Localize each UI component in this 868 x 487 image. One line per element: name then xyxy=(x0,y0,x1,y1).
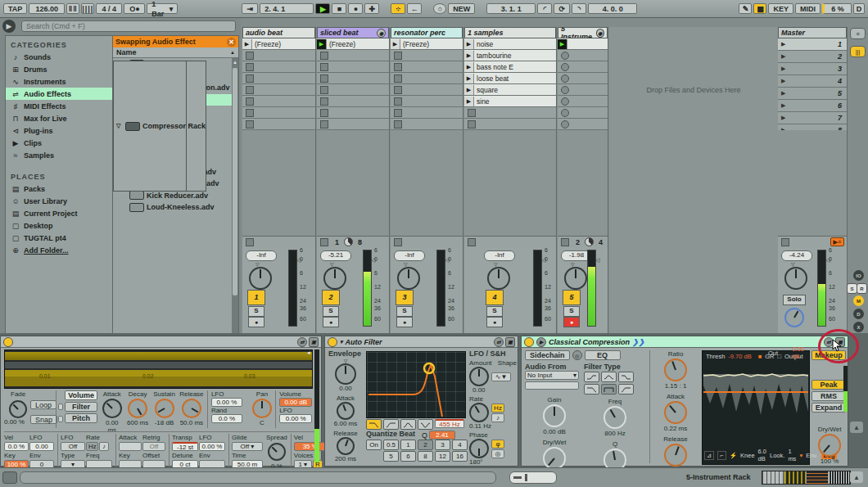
solo-button[interactable]: Solo xyxy=(783,295,806,305)
solo-button[interactable]: S xyxy=(248,306,264,317)
scroll-up-icon[interactable]: ▲ xyxy=(232,58,238,66)
empty-clip-slot[interactable] xyxy=(391,61,463,73)
rate-hz-button[interactable]: Hz xyxy=(86,442,98,451)
quantization-menu[interactable]: 1 Bar ▾ xyxy=(147,3,178,14)
save-preset-icon[interactable]: ▣ xyxy=(309,337,319,347)
place-item-user-library[interactable]: ☺User Library xyxy=(6,195,112,207)
clip-slot-bass-note-e[interactable]: ▶bass note E xyxy=(464,61,556,73)
rms-button[interactable]: RMS xyxy=(811,391,846,401)
stop-all-clips-button[interactable] xyxy=(394,238,402,246)
listen-headphone-icon[interactable]: ◎ xyxy=(572,350,582,360)
solo-button[interactable]: S xyxy=(486,306,503,317)
quantize-6-button[interactable]: 6 xyxy=(400,451,416,462)
category-item-audio-effects[interactable]: ⇌Audio Effects xyxy=(6,88,112,100)
category-item-sounds[interactable]: ♪Sounds xyxy=(6,51,112,63)
attack2-field[interactable] xyxy=(119,442,142,451)
empty-clip-slot[interactable] xyxy=(317,96,389,107)
sample-end-marker-icon[interactable]: ◄ xyxy=(306,350,311,355)
graph-mode-icon[interactable]: ⊿ xyxy=(704,451,714,460)
ratio-knob[interactable] xyxy=(664,358,687,381)
empty-clip-slot[interactable] xyxy=(391,84,463,96)
pan-knob[interactable] xyxy=(397,267,420,290)
clip-launch-icon[interactable]: ▶ xyxy=(464,51,474,61)
empty-clip-slot[interactable] xyxy=(391,107,463,119)
stop-all-clips-button[interactable] xyxy=(246,238,254,246)
clip-stop-icon[interactable] xyxy=(468,120,476,129)
capture-new-button[interactable]: NEW xyxy=(448,3,475,14)
expand-button[interactable]: Expand xyxy=(811,403,846,413)
io-show-toggle[interactable]: IO xyxy=(853,270,864,281)
empty-clip-slot[interactable] xyxy=(317,119,389,130)
hot-swap-icon[interactable]: ⇄ xyxy=(494,337,504,347)
pan-knob[interactable] xyxy=(564,267,587,290)
solo-button[interactable]: S xyxy=(323,306,339,317)
clip-stop-icon[interactable] xyxy=(320,63,328,71)
key-map-button[interactable]: KEY xyxy=(768,3,793,14)
loop-brace[interactable] xyxy=(5,352,312,360)
track-header[interactable]: sliced beat◉ xyxy=(317,27,389,38)
empty-clip-slot[interactable] xyxy=(317,73,389,84)
simpler-title-bar[interactable]: ⇄ ▣ xyxy=(1,336,321,348)
scene-row-3[interactable]: ▶3 xyxy=(778,63,847,75)
midi-map-button[interactable]: MIDI xyxy=(795,3,821,14)
notch-filter-icon[interactable] xyxy=(418,419,433,430)
scroll-thumb[interactable] xyxy=(233,68,237,295)
category-item-drums[interactable]: ⊞Drums xyxy=(6,63,112,75)
loop-button[interactable]: Loop xyxy=(30,400,57,409)
empty-clip-slot[interactable] xyxy=(242,84,315,96)
zoom-out-handle[interactable] xyxy=(513,476,522,479)
phase-mode-button[interactable]: φ xyxy=(491,440,504,449)
clip-stop-icon[interactable] xyxy=(320,97,328,106)
device-activator-icon[interactable] xyxy=(328,337,337,347)
stop-button[interactable]: ■ xyxy=(332,3,346,14)
empty-clip-slot[interactable] xyxy=(242,73,315,84)
time-signature-field[interactable]: 4 / 4 xyxy=(96,3,122,14)
tap-tempo-button[interactable]: TAP xyxy=(3,3,27,14)
lowpass-filter-icon[interactable] xyxy=(584,384,599,395)
stop-all-clips-button[interactable] xyxy=(561,238,569,246)
amount-knob[interactable] xyxy=(469,367,489,386)
phase-knob[interactable] xyxy=(469,439,489,458)
back-to-arrangement-button[interactable]: ▶≡ xyxy=(830,237,844,246)
clip-stop-icon[interactable] xyxy=(320,74,328,83)
category-item-max-for-live[interactable]: ⊓Max for Live xyxy=(6,112,112,124)
category-item-clips[interactable]: ▶Clips xyxy=(6,137,112,149)
place-item-tugtal-pt4[interactable]: ▢TUGTAL pt4 xyxy=(6,232,112,244)
clip-stop-icon[interactable] xyxy=(320,120,328,129)
empty-clip-slot[interactable] xyxy=(242,119,315,130)
follow-icon[interactable]: ⇥ xyxy=(242,3,258,14)
highpass-filter-icon[interactable] xyxy=(383,419,399,430)
af-attack-knob[interactable] xyxy=(337,402,355,420)
af-release-knob[interactable] xyxy=(337,437,355,455)
clip-stop-icon[interactable] xyxy=(246,97,254,106)
audio-from-channel-dropdown[interactable] xyxy=(525,381,579,390)
quantize-16-button[interactable]: 16 xyxy=(452,451,468,462)
lookahead-dropdown[interactable]: 1 ms xyxy=(788,448,796,462)
arm-button[interactable]: ● xyxy=(486,317,503,327)
browser-item-loud-kneeless-adv[interactable]: Loud-Kneeless.adv xyxy=(113,201,232,214)
gain-knob[interactable] xyxy=(543,404,566,427)
solo-button[interactable]: S xyxy=(563,306,580,317)
empty-clip-slot[interactable] xyxy=(242,61,315,73)
category-item-midi-effects[interactable]: ♯MIDI Effects xyxy=(6,100,112,112)
device-view-fold-icon[interactable]: ▲ xyxy=(850,422,863,433)
clip-launch-icon[interactable]: ▶ xyxy=(464,97,474,106)
status-bar-fold-icon[interactable]: ▲ xyxy=(850,471,863,483)
track-header[interactable]: 5 Instrume◉ xyxy=(558,27,608,38)
clip-stop-icon[interactable] xyxy=(246,74,254,83)
clip-slot-tambourine[interactable]: ▶tambourine xyxy=(464,50,556,61)
quantize-1-button[interactable]: 1 xyxy=(400,440,416,450)
q-field[interactable]: 2.41 xyxy=(429,431,455,440)
empty-clip-slot[interactable] xyxy=(391,96,463,107)
clip-slot-loose-beat[interactable]: ▶loose beat xyxy=(464,73,556,84)
transfer-curve-icon[interactable]: ⚡ xyxy=(730,452,737,459)
knee-value[interactable]: 6.0 dB xyxy=(758,448,766,462)
scene-row-4[interactable]: ▶4 xyxy=(778,75,847,88)
empty-clip-slot[interactable] xyxy=(242,50,315,61)
slot-record-icon[interactable] xyxy=(561,97,569,106)
device-activator-icon[interactable] xyxy=(524,337,534,347)
clip-stop-icon[interactable] xyxy=(320,109,328,117)
stop-all-clips-button[interactable] xyxy=(320,238,328,246)
hot-swap-icon[interactable]: ⇄ xyxy=(297,337,307,347)
spin-mode-button[interactable]: ◎ xyxy=(491,449,504,458)
